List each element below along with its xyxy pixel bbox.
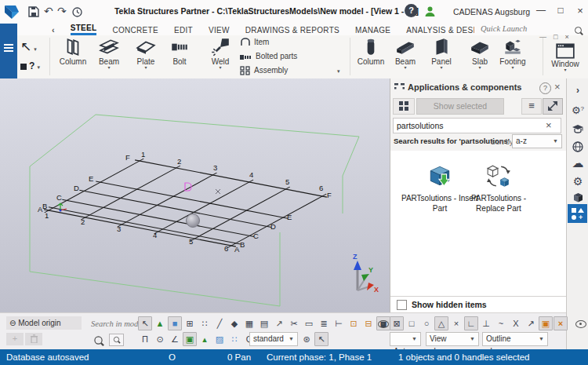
collapse-panel-button[interactable] — [543, 98, 563, 115]
tab-steel[interactable]: STEEL — [71, 24, 97, 35]
ribbon-window-button[interactable]: Window▾ — [547, 42, 583, 71]
select-all-cursor[interactable]: ↖ — [138, 316, 152, 330]
select-details[interactable]: ⊟ — [361, 316, 376, 330]
history-clock-icon[interactable] — [72, 7, 82, 17]
component-search-input[interactable] — [393, 118, 561, 133]
work-area-edge[interactable] — [96, 115, 359, 137]
file-menu-strip[interactable] — [0, 24, 17, 78]
web-globe-icon[interactable] — [568, 137, 587, 155]
snap-ortho[interactable]: ▣ — [539, 316, 553, 330]
delete-point-button-disabled[interactable] — [25, 333, 42, 345]
grid-line-number[interactable] — [81, 166, 180, 220]
minimize-button[interactable]: — — [532, 5, 550, 16]
panel-help-icon[interactable]: ? — [539, 82, 551, 94]
ribbon-bolted-parts-button[interactable]: Bolted parts — [240, 52, 297, 64]
tab-manage[interactable]: MANAGE — [355, 26, 390, 35]
component-replace-part[interactable]: PARTsolutions - Replace Part — [459, 163, 538, 214]
tab-view[interactable]: VIEW — [209, 26, 230, 35]
snap-mode-dropdown[interactable]: ▼ Auto — [390, 332, 421, 346]
ribbon-weld-button[interactable]: Weld▾ — [202, 37, 238, 69]
work-area-edge[interactable] — [343, 137, 359, 176]
ribbon-footing-button[interactable]: Footing▾ — [497, 37, 528, 69]
ribbon-steel-plate-button[interactable]: Plate▾ — [128, 37, 164, 69]
inquire-caret-icon[interactable]: ▾ — [37, 64, 40, 70]
model-origin-chip[interactable]: ⊖ Model origin — [6, 316, 82, 330]
snap-end-points[interactable]: X — [509, 316, 523, 330]
selection-visibility-eye-icon[interactable] — [378, 320, 389, 328]
show-hidden-checkbox[interactable] — [397, 300, 407, 310]
snap-intersections[interactable]: × — [449, 316, 463, 330]
snap-reference-points[interactable]: ⊠ — [390, 316, 404, 330]
tab-concrete[interactable]: CONCRETE — [112, 26, 158, 35]
snap-tracking[interactable]: × — [554, 316, 568, 330]
select-grids[interactable]: ▦ — [242, 316, 256, 330]
tab-edit[interactable]: EDIT — [174, 26, 193, 35]
ribbon-concrete-beam-button[interactable]: Beam▾ — [387, 37, 423, 69]
snap-outline-dropdown[interactable]: ▼ Outline planes — [482, 332, 548, 346]
select-cuts[interactable]: ✂ — [287, 316, 301, 330]
ribbon-slab-button[interactable]: Slab▾ — [462, 37, 498, 69]
selection-filter-dropdown[interactable]: ▼ standard — [249, 332, 298, 346]
select-filter-a[interactable]: ▨ — [212, 332, 227, 346]
select-surfaces[interactable]: ▣ — [183, 332, 197, 346]
learning-icon[interactable] — [568, 119, 587, 137]
user-account-name[interactable]: CADENAS Augsburg — [436, 7, 530, 16]
ribbon-assembly-button[interactable]: Assembly — [240, 66, 288, 78]
snap-free[interactable]: ~ — [494, 316, 508, 330]
cursor-caret-icon[interactable]: ▾ — [34, 46, 37, 52]
select-fittings[interactable]: ≣ — [317, 316, 331, 330]
select-area[interactable]: ■ — [168, 316, 182, 330]
select-components[interactable]: ▲ — [153, 316, 167, 330]
selected-sphere-object[interactable] — [187, 214, 200, 228]
select-reinforcement[interactable]: ↗ — [272, 316, 286, 330]
smart-select[interactable]: ↖ — [314, 332, 328, 346]
view-restore-icon[interactable]: □ — [554, 33, 557, 41]
snap-line-extensions[interactable]: ⊥ — [479, 316, 493, 330]
cloud-icon[interactable]: ☁ — [568, 155, 587, 172]
select-grid-lines[interactable]: ▤ — [257, 316, 271, 330]
tabs-scroll-left-icon[interactable]: ‹ — [52, 25, 55, 35]
show-selected-button[interactable]: Show selected — [416, 98, 504, 115]
select-chamfers[interactable]: ∠ — [168, 332, 182, 346]
snap-mid-points[interactable]: ↗ — [524, 316, 538, 330]
ribbon-bolt-button[interactable]: Bolt — [162, 37, 198, 66]
select-single-bolts[interactable]: ⊙ — [153, 332, 167, 346]
assembly-caret-icon[interactable]: ▾ — [337, 68, 340, 75]
panel-close-icon[interactable]: × — [554, 81, 561, 93]
select-tool-button[interactable]: ↖ ▾ — [20, 38, 37, 55]
undo-icon[interactable]: ↶ — [44, 5, 53, 17]
save-icon[interactable] — [28, 6, 39, 17]
help-icon[interactable]: ? — [405, 4, 418, 17]
view-close-icon[interactable]: × — [564, 33, 568, 41]
settings-gear-icon[interactable]: ⚙ — [568, 173, 587, 190]
list-view-button[interactable]: ≡ — [521, 98, 542, 115]
hamburger-menu-icon[interactable] — [4, 47, 13, 49]
model-viewport[interactable]: 123456FFEDCBA123456ABCDE — [0, 78, 390, 312]
expand-pane-chevron-icon[interactable]: › — [568, 82, 587, 99]
applications-components-tab-active[interactable]: + — [568, 204, 587, 223]
select-points[interactable]: ∷ — [198, 316, 212, 330]
select-views[interactable]: ▭ — [302, 316, 316, 330]
settings-help-icon[interactable]: ⚙? — [568, 100, 587, 118]
gallery-view-button[interactable] — [393, 98, 415, 115]
ribbon-concrete-column-button[interactable]: Column — [353, 37, 389, 66]
snap-nearest-points[interactable]: ○ — [419, 316, 434, 330]
snap-geometry-lines[interactable]: □ — [405, 316, 419, 330]
select-assemblies[interactable]: ⊞ — [183, 316, 197, 330]
ribbon-steel-beam-button[interactable]: Beam▾ — [91, 37, 127, 69]
model-search-options-button[interactable] — [109, 334, 124, 346]
close-button[interactable]: × — [571, 5, 588, 16]
add-point-button-disabled[interactable]: + — [6, 333, 24, 345]
tab-drawings-reports[interactable]: DRAWINGS & REPORTS — [245, 26, 339, 35]
ribbon-item-button[interactable]: Item — [240, 38, 269, 50]
inquire-tool-button[interactable]: ? ▾ — [20, 60, 40, 71]
snap-plane-dropdown[interactable]: ▼ View plane — [426, 332, 479, 346]
select-parts[interactable]: ◆ — [227, 316, 241, 330]
work-area-edge[interactable] — [30, 272, 280, 306]
maximize-button[interactable]: □ — [551, 5, 570, 16]
view-minimize-icon[interactable]: — — [539, 33, 546, 41]
clear-search-icon[interactable]: × — [546, 119, 552, 131]
work-area-edge[interactable] — [30, 115, 96, 166]
snap-override[interactable]: ⊛ — [299, 332, 314, 346]
select-single-components[interactable]: ▴ — [198, 332, 212, 346]
